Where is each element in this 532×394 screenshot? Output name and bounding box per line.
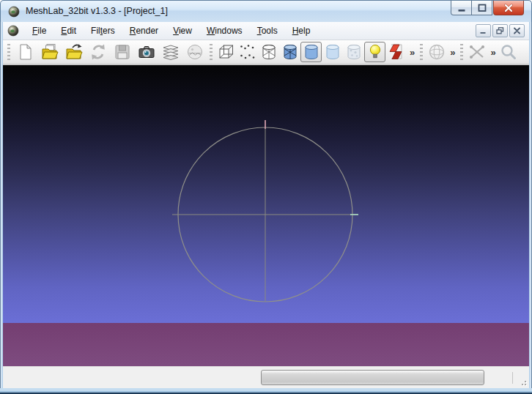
light-icon [366, 42, 385, 62]
edit-tools-button[interactable] [466, 42, 487, 62]
backface-icon [387, 42, 406, 62]
window-frame-right [529, 22, 532, 388]
mdi-window-controls [476, 24, 525, 37]
trackball-overflow-chevron[interactable]: » [447, 47, 457, 58]
gl-gradient-background [3, 65, 529, 323]
wireframe-icon [259, 42, 278, 62]
status-bar [3, 366, 529, 388]
reload-icon [89, 42, 108, 62]
render-overflow-chevron[interactable]: » [407, 47, 417, 58]
menu-filters[interactable]: Filters [84, 23, 122, 38]
progress-bar [261, 370, 484, 385]
menu-view[interactable]: View [166, 23, 199, 38]
texture-icon [344, 42, 363, 62]
trackball-manipulator [3, 65, 529, 323]
window-frame-bottom [0, 388, 532, 394]
render-bbox-button[interactable] [215, 42, 237, 62]
window-controls [451, 1, 524, 15]
snapshot-button[interactable] [134, 42, 158, 62]
import-mesh-icon [64, 42, 84, 62]
resize-grip[interactable] [518, 377, 527, 386]
menu-tools[interactable]: Tools [250, 23, 285, 38]
render-points-button[interactable] [237, 42, 258, 62]
layers-icon [161, 42, 180, 62]
new-project-icon [16, 42, 35, 62]
close-icon [503, 4, 514, 12]
open-project-button[interactable] [37, 42, 62, 62]
maximize-button[interactable] [472, 1, 492, 15]
mdi-minimize-icon [479, 27, 487, 34]
menu-render[interactable]: Render [122, 23, 166, 38]
menu-help[interactable]: Help [285, 23, 318, 38]
menu-bar: File Edit Filters Render View Windows To… [3, 22, 529, 40]
points-icon [238, 42, 257, 62]
open-project-icon [40, 42, 59, 62]
edit-overflow-chevron[interactable]: » [487, 47, 498, 58]
trackball-button[interactable] [426, 42, 447, 62]
raster-button[interactable] [182, 42, 207, 62]
render-texture-button[interactable] [343, 42, 364, 62]
flat-lines-icon [281, 42, 300, 62]
title-bar: MeshLab_32bit v1.3.3 - [Project_1] [0, 0, 532, 22]
maximize-icon [478, 4, 487, 12]
search-icon [499, 42, 518, 62]
meshlab-window: MeshLab_32bit v1.3.3 - [Project_1] File [0, 0, 532, 394]
menu-file[interactable]: File [25, 23, 53, 38]
menu-windows[interactable]: Windows [199, 23, 250, 38]
mdi-minimize-button[interactable] [476, 24, 491, 37]
minimize-button[interactable] [451, 1, 472, 15]
layers-button[interactable] [158, 42, 182, 62]
window-title: MeshLab_32bit v1.3.3 - [Project_1] [26, 6, 168, 16]
status-separator [512, 372, 513, 384]
reload-button[interactable] [86, 42, 110, 62]
minimize-icon [457, 4, 466, 12]
bbox-icon [217, 42, 236, 62]
trackball-globe-icon [427, 42, 446, 62]
edit-tools-icon [468, 42, 487, 62]
meshlab-logo-icon[interactable] [8, 6, 20, 18]
raster-icon [185, 42, 204, 62]
main-toolbar: » » » [3, 40, 529, 65]
toolbar-grip-handle[interactable] [7, 44, 10, 60]
render-flat-lines-button[interactable] [279, 42, 300, 62]
save-button[interactable] [110, 42, 134, 62]
smooth-icon [323, 42, 342, 62]
toolbar-grip-handle[interactable] [460, 44, 463, 60]
toolbar-grip-handle[interactable] [210, 44, 213, 60]
gl-viewport[interactable] [3, 65, 529, 366]
render-wireframe-button[interactable] [258, 42, 279, 62]
search-button[interactable] [498, 42, 520, 62]
close-button[interactable] [493, 1, 524, 15]
mdi-restore-icon [496, 27, 504, 34]
mdi-restore-button[interactable] [492, 24, 508, 37]
snapshot-icon [137, 42, 156, 62]
flat-icon [302, 42, 321, 62]
render-light-button[interactable] [364, 42, 385, 62]
render-smooth-button[interactable] [322, 42, 343, 62]
log-area [3, 323, 529, 366]
menu-edit[interactable]: Edit [53, 23, 84, 38]
render-backface-button[interactable] [385, 42, 407, 62]
mdi-close-button[interactable] [509, 24, 525, 37]
mdi-close-icon [513, 27, 521, 34]
render-flat-button[interactable] [300, 42, 322, 62]
import-mesh-button[interactable] [62, 42, 86, 62]
toolbar-grip-handle[interactable] [420, 44, 423, 60]
new-project-button[interactable] [13, 42, 37, 62]
mdi-system-menu-icon[interactable] [7, 25, 19, 37]
save-icon [113, 42, 132, 62]
